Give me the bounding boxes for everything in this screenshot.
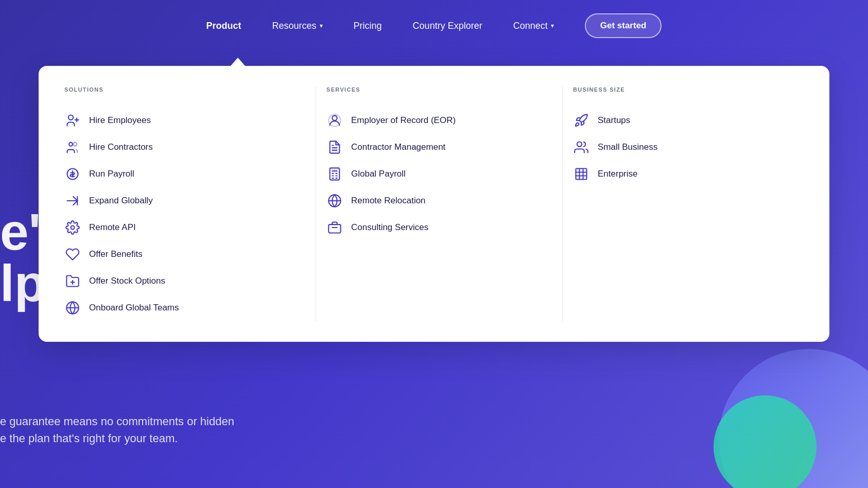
users-icon	[573, 139, 589, 155]
get-started-button[interactable]: Get started	[585, 13, 662, 38]
solutions-title: SOLUTIONS	[64, 86, 295, 93]
menu-hire-employees[interactable]: Hire Employees	[64, 107, 295, 134]
business-size-title: BUSINESS SIZE	[573, 86, 804, 93]
business-size-column: BUSINESS SIZE Startups Small Business En…	[558, 86, 804, 321]
menu-global-payroll[interactable]: Global Payroll	[326, 161, 542, 187]
heart-icon	[64, 246, 81, 263]
svg-rect-18	[330, 168, 340, 180]
dollar-icon	[64, 166, 81, 182]
services-title: SERVICES	[326, 86, 542, 93]
svg-point-31	[577, 142, 582, 147]
svg-point-9	[71, 226, 75, 230]
user-plus-icon	[64, 112, 81, 129]
svg-rect-28	[328, 224, 340, 233]
dropdown-arrow	[231, 58, 245, 66]
menu-offer-stock[interactable]: Offer Stock Options	[64, 268, 295, 294]
menu-expand-globally[interactable]: Expand Globally	[64, 187, 295, 214]
svg-rect-32	[576, 169, 587, 180]
hero-sub: e guarantee means no commitments or hidd…	[0, 413, 234, 447]
user-group-icon	[64, 139, 81, 155]
globe-location-icon	[326, 193, 343, 209]
services-column: SERVICES Employer of Record (EOR) Contra…	[311, 86, 557, 321]
building-icon	[573, 166, 589, 182]
menu-consulting[interactable]: Consulting Services	[326, 214, 542, 241]
menu-onboard-global[interactable]: Onboard Global Teams	[64, 294, 295, 321]
menu-run-payroll[interactable]: Run Payroll	[64, 161, 295, 187]
nav-pricing[interactable]: Pricing	[354, 21, 382, 31]
connect-caret-icon: ▾	[551, 22, 554, 29]
person-circle-icon	[326, 112, 343, 129]
gear-icon	[64, 219, 81, 236]
nav-product[interactable]: Product	[206, 21, 241, 31]
menu-startups[interactable]: Startups	[573, 107, 804, 134]
globe-icon	[64, 300, 81, 316]
nav-connect[interactable]: Connect ▾	[513, 21, 554, 31]
svg-point-4	[73, 143, 77, 146]
menu-remote-relocation[interactable]: Remote Relocation	[326, 187, 542, 214]
rocket-icon	[573, 112, 589, 129]
menu-enterprise[interactable]: Enterprise	[573, 161, 804, 187]
menu-hire-contractors[interactable]: Hire Contractors	[64, 134, 295, 161]
folder-plus-icon	[64, 273, 81, 289]
svg-point-3	[69, 143, 73, 146]
svg-point-0	[68, 115, 73, 120]
menu-small-business[interactable]: Small Business	[573, 134, 804, 161]
calculator-icon	[326, 166, 343, 182]
dropdown-panel: SOLUTIONS Hire Employees Hire Contractor…	[39, 66, 829, 342]
arrow-right-bar-icon	[64, 193, 81, 209]
nav-resources[interactable]: Resources ▾	[272, 21, 323, 31]
menu-contractor-mgmt[interactable]: Contractor Management	[326, 134, 542, 161]
resources-caret-icon: ▾	[320, 22, 323, 29]
navbar: Product Resources ▾ Pricing Country Expl…	[0, 0, 868, 51]
document-icon	[326, 139, 343, 155]
briefcase-icon	[326, 219, 343, 236]
solutions-column: SOLUTIONS Hire Employees Hire Contractor…	[64, 86, 310, 321]
svg-point-14	[332, 116, 337, 120]
menu-offer-benefits[interactable]: Offer Benefits	[64, 241, 295, 268]
menu-remote-api[interactable]: Remote API	[64, 214, 295, 241]
menu-eor[interactable]: Employer of Record (EOR)	[326, 107, 542, 134]
nav-country-explorer[interactable]: Country Explorer	[413, 21, 482, 31]
